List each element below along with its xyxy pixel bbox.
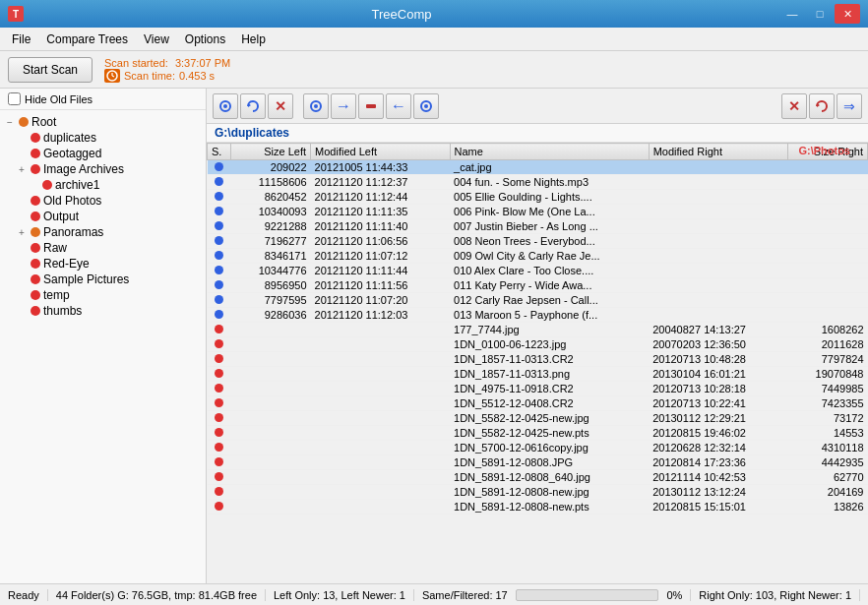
right-mark-button[interactable] (413, 93, 439, 119)
tree-item-panoramas[interactable]: +Panoramas (4, 224, 202, 240)
tree-item-geotagged[interactable]: Geotagged (4, 146, 202, 161)
row-mod-right (649, 264, 787, 278)
title-bar: T TreeComp — □ ✕ (0, 0, 868, 28)
tree-label: Root (31, 115, 56, 129)
row-name: 009 Owl City & Carly Rae Je... (450, 249, 649, 264)
table-row[interactable]: 1DN_1857-11-0313.png20130104 16:01:21190… (208, 367, 868, 382)
row-mod-left (311, 337, 450, 352)
center-button[interactable] (358, 93, 384, 119)
table-row[interactable]: 922128820121120 11:11:40007 Justin Biebe… (208, 219, 868, 234)
table-row[interactable]: 1DN_5891-12-0808_640.jpg20121114 10:42:5… (208, 470, 868, 485)
menu-item-help[interactable]: Help (233, 30, 274, 48)
tree-item-root[interactable]: −Root (4, 114, 202, 130)
menu-item-file[interactable]: File (4, 30, 38, 48)
hide-old-files-row: Hide Old Files (0, 89, 206, 110)
table-row[interactable]: 1DN_5891-12-0808.JPG20120814 17:23:36444… (208, 455, 868, 470)
copy-right-button[interactable]: → (331, 93, 356, 119)
table-row[interactable]: 928603620121120 11:12:03013 Maroon 5 - P… (208, 308, 868, 323)
table-row[interactable]: 1DN_1857-11-0313.CR220120713 10:48:28779… (208, 352, 868, 367)
svg-rect-8 (366, 104, 376, 108)
table-row[interactable]: 1DN_0100-06-1223.jpg20070203 12:36:50201… (208, 337, 868, 352)
col-size-left[interactable]: Size Left (231, 144, 311, 160)
hide-old-files-checkbox[interactable] (8, 92, 21, 105)
nav-right-button[interactable]: ⇒ (837, 93, 862, 119)
tree-item-red-eye[interactable]: Red-Eye (4, 256, 202, 272)
col-name[interactable]: Name (450, 144, 649, 160)
tree-item-thumbs[interactable]: thumbs (4, 303, 202, 319)
row-size-left (231, 367, 311, 382)
close-button[interactable]: ✕ (835, 4, 860, 24)
minimize-button[interactable]: — (779, 4, 805, 24)
tree-toggle[interactable]: + (16, 227, 28, 238)
row-name: 1DN_5891-12-0808-new.jpg (450, 485, 649, 500)
tree-item-image-archives[interactable]: +Image Archives (4, 161, 202, 177)
table-row[interactable]: 1DN_4975-11-0918.CR220120713 10:28:18744… (208, 382, 868, 396)
tree-item-archive1[interactable]: archive1 (4, 177, 202, 193)
tree-item-duplicates[interactable]: duplicates (4, 130, 202, 146)
row-indicator (208, 382, 231, 396)
row-indicator (208, 293, 231, 308)
delete-right-button[interactable]: ✕ (781, 93, 807, 119)
menu-item-view[interactable]: View (136, 30, 177, 48)
row-size-left (231, 352, 311, 367)
row-size-left (231, 426, 311, 441)
row-name: 1DN_5512-12-0408.CR2 (450, 396, 649, 411)
row-size-left: 10340093 (231, 205, 311, 219)
table-row[interactable]: 719627720121120 11:06:56008 Neon Trees -… (208, 234, 868, 249)
delete-refresh-button[interactable] (809, 93, 835, 119)
tree-item-temp[interactable]: temp (4, 287, 202, 303)
row-name: 177_7744.jpg (450, 323, 649, 337)
table-row[interactable]: 1034477620121120 11:11:44010 Alex Clare … (208, 264, 868, 278)
tree-label: Sample Pictures (43, 272, 129, 286)
menu-item-compare-trees[interactable]: Compare Trees (38, 30, 136, 48)
tree-dot (31, 227, 40, 237)
tree-item-raw[interactable]: Raw (4, 240, 202, 256)
table-row[interactable]: 834617120121120 11:07:12009 Owl City & C… (208, 249, 868, 264)
table-row[interactable]: 895695020121120 11:11:56011 Katy Perry -… (208, 278, 868, 293)
table-row[interactable]: 20902220121005 11:44:33_cat.jpg (208, 160, 868, 175)
row-size-right (788, 278, 868, 293)
row-size-right: 2011628 (788, 337, 868, 352)
row-mod-left: 20121120 11:11:40 (311, 219, 450, 234)
row-size-right: 4310118 (788, 441, 868, 455)
maximize-button[interactable]: □ (807, 4, 833, 24)
table-row[interactable]: 1DN_5891-12-0808-new.jpg20130112 13:12:2… (208, 485, 868, 500)
col-indicator[interactable]: S. (208, 144, 231, 160)
table-row[interactable]: 862045220121120 11:12:44005 Ellie Gouldi… (208, 190, 868, 205)
table-row[interactable]: 1115860620121120 11:12:37004 fun. - Some… (208, 175, 868, 190)
col-mod-left[interactable]: Modified Left (311, 144, 450, 160)
table-row[interactable]: 1DN_5700-12-0616copy.jpg20120628 12:32:1… (208, 441, 868, 455)
mark-button[interactable] (213, 93, 238, 119)
row-indicator (208, 264, 231, 278)
row-mod-right: 20070203 12:36:50 (649, 337, 787, 352)
clear-button[interactable]: ✕ (268, 93, 293, 119)
tree-item-sample-pictures[interactable]: Sample Pictures (4, 272, 202, 287)
col-mod-right[interactable]: Modified Right (649, 144, 787, 160)
refresh-button[interactable] (240, 93, 266, 119)
row-size-right (788, 264, 868, 278)
copy-left-button[interactable]: ← (386, 93, 411, 119)
start-scan-button[interactable]: Start Scan (8, 57, 93, 83)
hide-old-files-label: Hide Old Files (25, 93, 93, 105)
left-mark-button[interactable] (303, 93, 329, 119)
row-size-left (231, 485, 311, 500)
table-row[interactable]: 177_7744.jpg20040827 14:13:271608262 (208, 323, 868, 337)
table-row[interactable]: 1DN_5582-12-0425-new.pts20120815 19:46:0… (208, 426, 868, 441)
table-row[interactable]: 1034009320121120 11:11:35006 Pink- Blow … (208, 205, 868, 219)
table-row[interactable]: 1DN_5512-12-0408.CR220120713 10:22:41742… (208, 396, 868, 411)
tree-item-output[interactable]: Output (4, 209, 202, 224)
table-row[interactable]: 779759520121120 11:07:20012 Carly Rae Je… (208, 293, 868, 308)
row-size-right (788, 249, 868, 264)
row-mod-left: 20121120 11:11:35 (311, 205, 450, 219)
tree-toggle[interactable]: − (4, 117, 16, 128)
tree-toggle[interactable]: + (16, 164, 28, 175)
menu-item-options[interactable]: Options (177, 30, 233, 48)
scan-time-label: Scan time: 0.453 s (104, 69, 230, 83)
table-row[interactable]: 1DN_5582-12-0425-new.jpg20130112 12:29:2… (208, 411, 868, 426)
row-indicator (208, 470, 231, 485)
row-size-left: 8956950 (231, 278, 311, 293)
file-table-container[interactable]: G:\Photos S. Size Left Modified Left Nam… (207, 143, 868, 583)
table-row[interactable]: 1DN_5891-12-0808-new.pts20120815 15:15:0… (208, 500, 868, 514)
row-indicator (208, 308, 231, 323)
tree-item-old-photos[interactable]: Old Photos (4, 193, 202, 209)
